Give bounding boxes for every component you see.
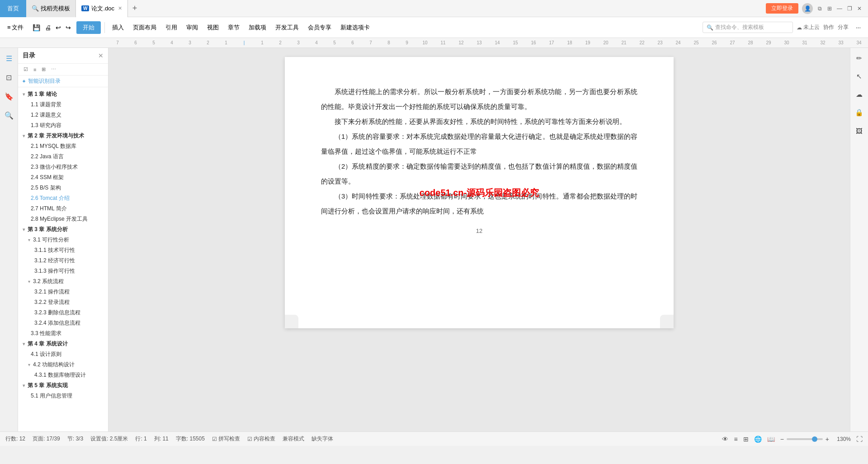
toc-item[interactable]: 2.1 MYSQL 数据库	[18, 141, 108, 152]
extra-menu[interactable]: 加载项	[245, 22, 270, 33]
toc-item[interactable]: ▾4.2 功能结构设计	[18, 360, 108, 370]
toc-icon-btn[interactable]: ☰	[2, 52, 16, 65]
toc-item[interactable]: ▾第 1 章 绪论	[18, 89, 108, 99]
toc-item[interactable]: ▾第 3 章 系统分析	[18, 224, 108, 235]
toc-item[interactable]: 2.6 Tomcat 介绍	[18, 193, 108, 204]
toc-item[interactable]: 3.2.1 操作流程	[18, 287, 108, 297]
cite-menu[interactable]: 引用	[162, 22, 181, 33]
review-menu[interactable]: 审阅	[183, 22, 202, 33]
new-tab-menu[interactable]: 新建选项卡	[337, 22, 373, 33]
zoom-level[interactable]: 130%	[835, 436, 851, 442]
fullscreen-btn[interactable]: ⛶	[856, 436, 863, 443]
toc-indent-btn[interactable]: ⊞	[40, 66, 47, 73]
main-area: ☰ ⊡ 🔖 🔍 目录 ✕ ☑ ≡ ⊞ ⋯ ✦ 智能识别目录 ▾第 1 章 绪论1…	[0, 48, 868, 431]
redo-icon[interactable]: ↪	[64, 22, 73, 33]
right-cursor-icon[interactable]: ↖	[853, 70, 866, 83]
zoom-out-btn[interactable]: −	[780, 436, 784, 443]
toc-item[interactable]: ▾第 5 章 系统实现	[18, 380, 108, 391]
grid-btn[interactable]: ⊞	[826, 5, 833, 12]
toc-item[interactable]: 2.8 MyEclipse 开发工具	[18, 214, 108, 224]
zoom-in-btn[interactable]: +	[826, 436, 829, 443]
toc-item[interactable]: 5.1 用户信息管理	[18, 391, 108, 401]
toc-item[interactable]: 2.4 SSM 框架	[18, 172, 108, 183]
more-btn[interactable]: ···	[852, 22, 864, 33]
right-sidebar: ✏ ↖ ☁ 🔒 🖼	[850, 48, 868, 431]
view-list-btn[interactable]: ≡	[734, 436, 737, 443]
toc-item[interactable]: 3.1.3 操作可行性	[18, 266, 108, 276]
share-btn[interactable]: 分享	[838, 24, 849, 31]
toc-item[interactable]: ▾第 4 章 系统设计	[18, 339, 108, 349]
status-wordcount: 字数: 15505	[176, 435, 205, 443]
file-menu[interactable]: ≡ 文件	[4, 22, 27, 33]
toc-item[interactable]: ▾3.2 系统流程	[18, 276, 108, 287]
right-cloud-icon[interactable]: ☁	[853, 88, 866, 101]
page-number: 12	[321, 227, 637, 234]
toc-item[interactable]: 3.2.2 登录流程	[18, 297, 108, 308]
toc-close-btn[interactable]: ✕	[98, 52, 104, 59]
toc-item[interactable]: ▾3.1 可行性分析	[18, 235, 108, 245]
right-edit-icon[interactable]: ✏	[853, 52, 866, 65]
insert-menu[interactable]: 插入	[108, 22, 127, 33]
collab-btn[interactable]: 协作	[823, 24, 834, 31]
toc-item[interactable]: 2.2 Java 语言	[18, 152, 108, 162]
toc-item[interactable]: 3.1.1 技术可行性	[18, 245, 108, 256]
dev-menu[interactable]: 开发工具	[272, 22, 302, 33]
tab-find-template[interactable]: 🔍 找稻壳模板	[26, 0, 76, 17]
search-icon: 🔍	[707, 24, 713, 31]
content-check-btn[interactable]: ☑ 内容检查	[247, 435, 275, 443]
avatar-icon[interactable]: 👤	[802, 3, 813, 14]
undo-icon[interactable]: ↩	[54, 22, 63, 33]
view-book-btn[interactable]: 📖	[767, 436, 775, 443]
search-placeholder: 查找命令、搜索模板	[715, 24, 764, 31]
view-normal-btn[interactable]: 👁	[722, 436, 728, 443]
member-menu[interactable]: 会员专享	[304, 22, 335, 33]
toc-item[interactable]: 4.1 设计原则	[18, 349, 108, 360]
restore-btn[interactable]: ❐	[846, 5, 853, 12]
search-icon-btn[interactable]: 🔍	[2, 109, 16, 122]
tab-home[interactable]: 首页	[0, 0, 26, 17]
toc-item[interactable]: 1.3 研究内容	[18, 120, 108, 131]
layout-menu[interactable]: 页面布局	[129, 22, 160, 33]
toc-item[interactable]: 3.2.4 添加信息流程	[18, 318, 108, 328]
layout-btn[interactable]: ⧉	[816, 5, 823, 12]
toc-item[interactable]: 3.2.3 删除信息流程	[18, 308, 108, 318]
smart-toc-btn[interactable]: ✦ 智能识别目录	[18, 76, 108, 87]
toc-item[interactable]: 4.3.1 数据库物理设计	[18, 370, 108, 380]
document-area[interactable]: 系统进行性能上的需求分析。所以一般分析系统时，一方面要分析系统功能，另一方面也要…	[108, 48, 850, 431]
status-row: 行数: 12	[5, 435, 25, 443]
spell-check-btn[interactable]: ☑ 拼写检查	[212, 435, 240, 443]
print-icon[interactable]: 🖨	[43, 22, 53, 33]
toc-item[interactable]: 2.5 B/S 架构	[18, 183, 108, 193]
close-btn[interactable]: ✕	[856, 5, 863, 12]
toc-item[interactable]: 3.1.2 经济可行性	[18, 256, 108, 266]
toc-item[interactable]: 2.7 HTML 简介	[18, 204, 108, 214]
right-lock-icon[interactable]: 🔒	[853, 106, 866, 119]
register-btn[interactable]: 立即登录	[766, 3, 798, 14]
toc-more-btn[interactable]: ⋯	[49, 66, 58, 73]
toc-item[interactable]: ▾第 2 章 开发环境与技术	[18, 131, 108, 141]
minimize-btn[interactable]: —	[836, 5, 843, 12]
pages-icon-btn[interactable]: ⊡	[2, 71, 16, 84]
tab-document[interactable]: W 论文.doc ✕	[76, 0, 128, 17]
zoom-slider-track[interactable]	[787, 438, 823, 440]
toc-format-btn[interactable]: ≡	[32, 66, 38, 73]
toc-item[interactable]: 3.3 性能需求	[18, 328, 108, 339]
view-menu[interactable]: 视图	[203, 22, 222, 33]
new-tab-btn[interactable]: +	[128, 0, 142, 17]
toc-item[interactable]: 1.2 课题意义	[18, 110, 108, 120]
zoom-slider-thumb[interactable]	[812, 436, 817, 442]
view-globe-btn[interactable]: 🌐	[754, 436, 762, 443]
chapter-menu[interactable]: 章节	[224, 22, 243, 33]
view-grid-btn[interactable]: ⊞	[743, 436, 749, 443]
toc-checkbox[interactable]: ☑	[22, 66, 30, 73]
toc-item[interactable]: 1.1 课题背景	[18, 99, 108, 110]
toc-item[interactable]: 2.3 微信小程序技术	[18, 162, 108, 172]
search-box[interactable]: 🔍 查找命令、搜索模板	[703, 22, 793, 33]
zoom-control[interactable]: − +	[780, 436, 829, 443]
start-button[interactable]: 开始	[76, 21, 101, 34]
tab-close-btn[interactable]: ✕	[118, 5, 122, 11]
right-image-icon[interactable]: 🖼	[853, 124, 866, 137]
save-icon[interactable]: 💾	[31, 22, 42, 33]
cloud-btn[interactable]: ☁ 未上云	[797, 24, 820, 31]
bookmark-icon-btn[interactable]: 🔖	[2, 90, 16, 103]
